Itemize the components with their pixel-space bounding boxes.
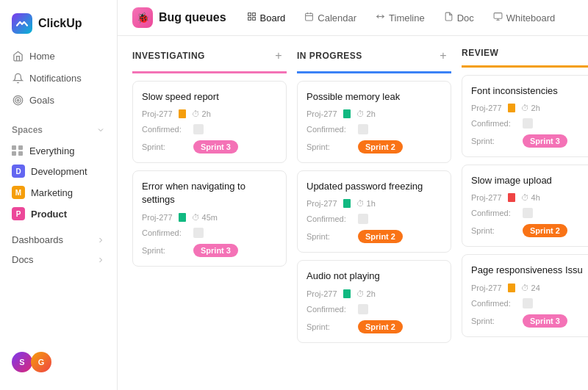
flag-icon [508, 284, 515, 292]
confirmed-checkbox[interactable] [358, 214, 368, 224]
confirmed-checkbox[interactable] [358, 304, 368, 314]
sidebar-item-home[interactable]: Home [6, 46, 111, 66]
card[interactable]: Audio not playingProj-277⏱2hConfirmed:Sp… [297, 260, 451, 342]
clock-icon: ⏱ [192, 213, 200, 222]
tab-timeline[interactable]: Timeline [368, 8, 432, 27]
card-meta: Proj-277⏱2h [306, 109, 442, 118]
svg-rect-5 [252, 13, 255, 16]
card-proj: Proj-277 [306, 199, 337, 208]
sprint-badge[interactable]: Sprint 3 [523, 314, 567, 328]
project-icon: 🐞 [132, 7, 153, 28]
clock-icon: ⏱ [356, 199, 365, 208]
product-label: Product [31, 209, 67, 220]
whiteboard-tab-icon [493, 12, 503, 24]
card-proj: Proj-277 [306, 109, 337, 118]
confirmed-label: Confirmed: [306, 305, 358, 314]
sidebar-item-product[interactable]: P Product [6, 203, 111, 224]
sprint-badge[interactable]: Sprint 2 [358, 140, 403, 154]
card-proj: Proj-277 [471, 104, 502, 112]
time-value: 45m [202, 213, 218, 222]
sidebar-item-notifications[interactable]: Notifications [6, 68, 111, 88]
spaces-list: Everything D Development M Marketing P P… [6, 141, 111, 224]
board-tab-label: Board [260, 12, 286, 24]
col-add-investigating[interactable]: + [270, 48, 287, 64]
sidebar-item-goals[interactable]: Goals [6, 90, 111, 110]
col-header-inprogress: IN PROGRESS+ [297, 48, 451, 73]
confirmed-row: Confirmed: [306, 304, 442, 314]
clock-icon: ⏱ [521, 193, 529, 202]
sidebar-item-docs[interactable]: Docs [6, 250, 111, 270]
card[interactable]: Page responsiveness IssuProj-277⏱24Confi… [462, 254, 588, 336]
tab-doc[interactable]: Doc [437, 8, 481, 27]
col-header-review: REVIEW [462, 48, 588, 68]
sprint-badge[interactable]: Sprint 3 [193, 244, 238, 257]
sprint-badge[interactable]: Sprint 3 [523, 134, 567, 148]
spaces-section: Spaces Everything D Development M Market… [0, 122, 117, 224]
sidebar-item-development[interactable]: D Development [6, 161, 111, 181]
calendar-tab-icon [304, 12, 314, 24]
sidebar-footer: S G [0, 343, 117, 381]
sprint-row: Sprint:Sprint 2 [471, 224, 588, 237]
column-inprogress: IN PROGRESS+Possible memory leakProj-277… [297, 48, 451, 343]
sidebar-item-everything[interactable]: Everything [6, 141, 111, 160]
avatar-s[interactable]: S [12, 352, 32, 372]
sprint-badge[interactable]: Sprint 2 [523, 224, 567, 237]
sidebar-item-marketing[interactable]: M Marketing [6, 182, 111, 203]
avatar-g[interactable]: G [31, 352, 51, 372]
sprint-row: Sprint:Sprint 2 [306, 230, 442, 243]
confirmed-checkbox[interactable] [358, 124, 368, 134]
sprint-label: Sprint: [306, 142, 358, 151]
confirmed-checkbox[interactable] [193, 124, 204, 134]
time-value: 2h [367, 289, 376, 298]
spaces-header[interactable]: Spaces [6, 122, 111, 138]
card-meta: Proj-277⏱2h [306, 289, 442, 298]
card-meta: Proj-277⏱1h [306, 199, 442, 208]
board-tab-icon [247, 12, 257, 24]
svg-rect-8 [306, 13, 313, 21]
confirmed-label: Confirmed: [471, 209, 523, 217]
clock-icon: ⏱ [521, 284, 529, 292]
sprint-badge[interactable]: Sprint 2 [358, 230, 403, 243]
marketing-dot: M [12, 186, 25, 199]
column-review: REVIEWFont inconsistenciesProj-277⏱2hCon… [462, 48, 588, 337]
tab-calendar[interactable]: Calendar [297, 8, 364, 27]
confirmed-checkbox[interactable] [523, 208, 533, 218]
tab-board[interactable]: Board [240, 8, 293, 27]
confirmed-label: Confirmed: [142, 125, 193, 134]
flag-icon [343, 109, 351, 118]
card[interactable]: Updated password freezingProj-277⏱1hConf… [297, 170, 451, 253]
tab-whiteboard[interactable]: Whiteboard [486, 8, 562, 27]
doc-tab-label: Doc [457, 12, 474, 24]
card[interactable]: Error when navigating to settingsProj-27… [132, 170, 287, 266]
confirmed-checkbox[interactable] [523, 298, 533, 308]
confirmed-checkbox[interactable] [193, 228, 204, 238]
chevron-right-dashboards-icon [96, 236, 105, 245]
time-value: 2h [531, 104, 540, 112]
col-header-investigating: INVESTIGATING+ [132, 48, 287, 73]
card[interactable]: Font inconsistenciesProj-277⏱2hConfirmed… [462, 75, 588, 157]
time-value: 4h [531, 193, 540, 202]
docs-label: Docs [12, 254, 34, 265]
card-meta: Proj-277⏱4h [471, 193, 588, 202]
card-title: Audio not playing [306, 270, 442, 283]
card[interactable]: Slow image uploadProj-277⏱4hConfirmed:Sp… [462, 165, 588, 247]
chevron-right-docs-icon [96, 256, 105, 264]
confirmed-row: Confirmed: [471, 298, 588, 308]
sprint-badge[interactable]: Sprint 3 [193, 140, 238, 154]
timeline-tab-icon [376, 12, 385, 24]
development-dot: D [12, 165, 25, 178]
sidebar-item-dashboards[interactable]: Dashboards [6, 230, 111, 250]
product-dot: P [12, 207, 25, 220]
topbar: 🐞 Bug queues Board Calendar Timeline [118, 0, 588, 36]
card-proj: Proj-277 [142, 109, 173, 118]
card[interactable]: Slow speed reportProj-277⏱2hConfirmed:Sp… [132, 81, 287, 163]
home-label: Home [29, 51, 55, 62]
card[interactable]: Possible memory leakProj-277⏱2hConfirmed… [297, 81, 451, 163]
clock-icon: ⏱ [192, 109, 200, 118]
confirmed-checkbox[interactable] [523, 118, 533, 129]
spaces-label: Spaces [12, 125, 43, 135]
sprint-row: Sprint:Sprint 3 [142, 140, 277, 154]
col-add-inprogress[interactable]: + [435, 48, 451, 64]
sprint-badge[interactable]: Sprint 2 [358, 320, 403, 333]
card-title: Slow speed report [142, 90, 277, 104]
